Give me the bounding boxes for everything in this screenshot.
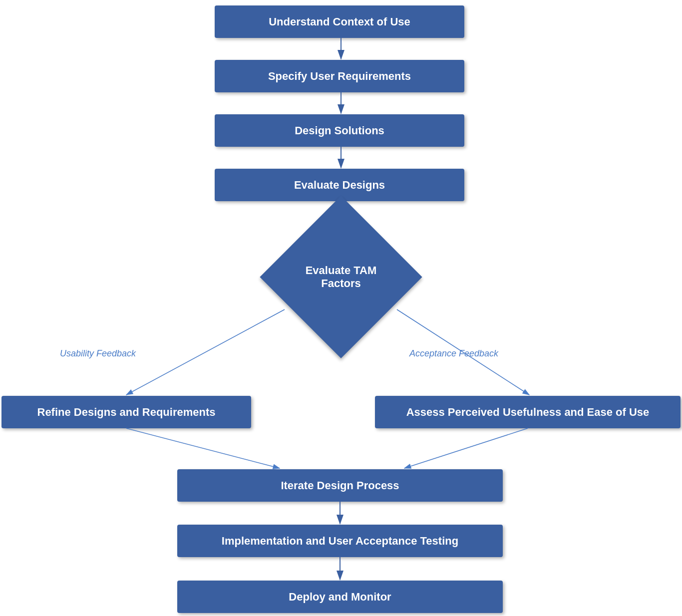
specify-box: Specify User Requirements <box>215 60 464 92</box>
diamond-shape <box>260 196 422 358</box>
deploy-box: Deploy and Monitor <box>177 581 503 613</box>
assess-box: Assess Perceived Usefulness and Ease of … <box>375 396 681 428</box>
iterate-box: Iterate Design Process <box>177 469 503 502</box>
evaluate_designs-box: Evaluate Designs <box>215 169 464 201</box>
diagram-container: Understand Context of UseSpecify User Re… <box>0 0 682 616</box>
acceptance-feedback-label: Acceptance Feedback <box>409 348 498 359</box>
refine-box: Refine Designs and Requirements <box>1 396 251 428</box>
svg-line-9 <box>404 428 528 468</box>
svg-line-8 <box>126 428 280 468</box>
svg-line-6 <box>126 309 285 395</box>
usability-feedback-label: Usability Feedback <box>60 348 136 359</box>
understand-box: Understand Context of Use <box>215 5 464 38</box>
evaluate-tam-diamond: Evaluate TAM Factors <box>284 220 398 334</box>
implementation-box: Implementation and User Acceptance Testi… <box>177 525 503 557</box>
design-box: Design Solutions <box>215 114 464 147</box>
